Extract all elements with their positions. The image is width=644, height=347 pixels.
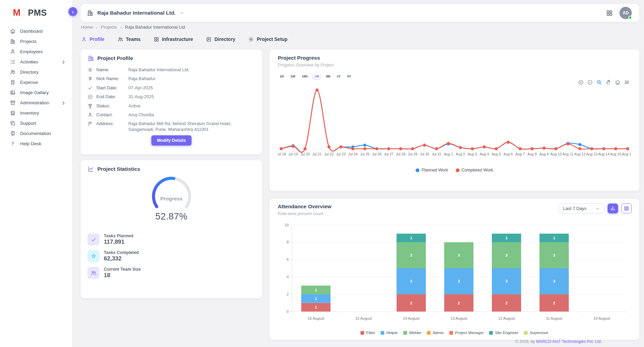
sidebar-item-support[interactable]: Support [0,118,72,128]
table-icon [624,206,629,211]
pan-icon [605,79,611,86]
field-label: Contact: [96,112,125,118]
svg-text:Jul 24: Jul 24 [348,152,358,156]
sidebar-item-expense[interactable]: Expense [0,77,72,87]
chevron-right-icon [61,59,65,64]
receipt-icon [10,79,16,85]
sidebar-item-label: Expense [20,80,38,85]
sidebar-item-dashboard[interactable]: Dashboard [0,26,72,36]
breadcrumb-item[interactable]: Projects [101,25,117,30]
progress-line-chart[interactable]: Jul 18Jul 19Jul 20Jul 21Jul 22Jul 23Jul … [278,80,631,166]
legend-dot [416,168,419,172]
legend-item-supervisor[interactable]: Supervisor [524,331,548,335]
table-view-button[interactable] [621,203,632,213]
svg-text:1: 1 [553,236,555,240]
legend-swatch [449,331,453,335]
range-button-1m[interactable]: 1M [312,73,321,80]
svg-text:1: 1 [505,236,508,240]
sidebar-item-documentation[interactable]: Documentation [0,128,72,138]
building-icon [87,10,94,16]
attendance-bar-chart[interactable]: 024681011116 August15 August233114 Augus… [278,221,631,327]
sidebar-item-administration[interactable]: Administration [0,97,72,108]
field-label: Status: [96,103,125,109]
store-icon [10,110,16,116]
sidebar-collapse-button[interactable]: ‹ [68,7,77,16]
range-button-15d[interactable]: 15D [300,73,309,80]
field-value: Raja Bahadur [128,76,241,82]
legend-item-completed-work[interactable]: Completed Work [456,168,493,172]
gauge-value: 52.87% [155,211,188,222]
legend-swatch [489,331,493,335]
company-selector[interactable]: Raja Bahadur International Ltd. [87,10,184,16]
tab-project-setup[interactable]: Project Setup [248,36,287,42]
tab-teams[interactable]: Teams [117,36,141,42]
stat-row: Tasks Planned117,891 [87,233,255,245]
svg-text:Aug 3: Aug 3 [468,152,477,156]
field-label: Address: [96,121,125,133]
tab-directory[interactable]: Directory [206,36,235,42]
question-icon [10,141,16,147]
top-header: Raja Bahadur International Ltd. AD [81,4,639,22]
svg-text:Aug 9: Aug 9 [540,152,549,156]
menu-button[interactable] [624,79,630,86]
legend-item-helper[interactable]: Helper [381,331,398,335]
home-button[interactable] [614,79,621,86]
svg-text:2: 2 [458,301,460,305]
legend-item-site-engineer[interactable]: Site Engineer [489,331,518,335]
tab-profile[interactable]: Profile [81,36,104,42]
range-button-1w[interactable]: 1W [288,73,297,80]
legend-item-planned-work[interactable]: Planned Work [416,168,448,172]
tab-infrastructure[interactable]: Infrastructure [154,36,193,42]
field-value: 31-Aug-2025 [128,94,241,100]
apps-grid-button[interactable] [606,9,613,17]
legend-dot [456,168,460,172]
image-icon [10,90,16,95]
svg-text:16 August: 16 August [308,316,324,320]
bar-chart-view-button[interactable] [608,203,618,213]
legend-item-fitter[interactable]: Fitter [360,331,375,335]
attendance-overview-card: Attendance Overview Role-wise present co… [270,199,639,340]
stat-row: Current Team Size18 [87,267,255,279]
svg-text:10: 10 [285,223,289,227]
svg-text:Aug 4: Aug 4 [480,152,489,156]
stat-value: 18 [104,272,141,279]
legend-item-welder[interactable]: Welder [403,331,421,335]
legend-item-admin[interactable]: Admin [427,331,444,335]
gear-icon [87,67,93,73]
svg-text:Aug 15: Aug 15 [610,152,621,156]
sidebar-item-employees[interactable]: Employees [0,46,72,57]
sidebar-item-activities[interactable]: Activities [0,57,72,67]
legend-swatch [427,331,431,335]
target-icon [87,94,93,100]
breadcrumb-item[interactable]: Home [81,25,93,30]
pan-button[interactable] [605,79,611,86]
zoom-in-button[interactable] [578,79,584,86]
svg-text:2: 2 [505,301,508,305]
range-selector: 1D1W15D1M3M1Y5Y [278,73,631,80]
stat-label: Tasks Completed [104,250,139,255]
sidebar-item-help-desk[interactable]: Help Desk [0,138,72,149]
range-button-1y[interactable]: 1Y [335,73,343,80]
range-button-1d[interactable]: 1D [278,73,286,80]
selection-zoom-button[interactable] [596,79,602,86]
sidebar-item-inventory[interactable]: Inventory [0,108,72,118]
chevron-right-icon [61,100,65,105]
sidebar-item-label: Inventory [20,110,39,116]
breadcrumb-separator: › [96,25,98,29]
range-button-3m[interactable]: 3M [324,73,332,80]
zoom-out-button[interactable] [587,79,593,86]
profile-field: Start Date:07-Apr-2025 [87,85,255,91]
sidebar-item-image-gallary[interactable]: Image Gallary [0,87,72,97]
sidebar-item-projects[interactable]: Projects [0,36,72,46]
legend-item-project-manager[interactable]: Project Manager [449,331,484,335]
sidebar-item-label: Administration [20,100,49,105]
svg-text:Jul 30: Jul 30 [420,152,429,156]
footer-company-link[interactable]: MARCO AIoT Technologies Pvt. Ltd. [536,339,602,344]
modify-details-button[interactable]: Modify Details [151,135,192,146]
svg-text:Aug 16: Aug 16 [622,152,631,156]
range-button-5y[interactable]: 5Y [345,73,353,80]
date-range-select[interactable]: Last 7 Days [559,203,605,213]
sidebar-item-directory[interactable]: Directory [0,67,72,77]
svg-text:Jul 31: Jul 31 [432,152,441,156]
user-avatar[interactable]: AD [619,7,632,19]
